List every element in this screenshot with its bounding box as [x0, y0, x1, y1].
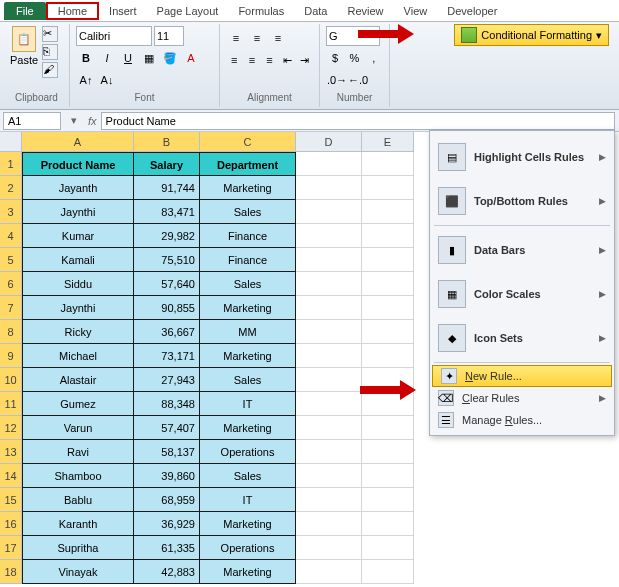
tab-formulas[interactable]: Formulas [228, 2, 294, 20]
col-header-b[interactable]: B [134, 132, 200, 152]
table-cell[interactable]: Marketing [200, 416, 296, 440]
tab-view[interactable]: View [394, 2, 438, 20]
table-cell[interactable]: Sales [200, 464, 296, 488]
cell[interactable] [296, 152, 362, 176]
table-cell[interactable]: Marketing [200, 344, 296, 368]
tab-data[interactable]: Data [294, 2, 337, 20]
row-header[interactable]: 18 [0, 560, 22, 584]
cell[interactable] [362, 512, 414, 536]
table-cell[interactable]: Ravi [22, 440, 134, 464]
table-cell[interactable]: Shamboo [22, 464, 134, 488]
cell[interactable] [296, 416, 362, 440]
cell[interactable] [296, 464, 362, 488]
table-cell[interactable]: IT [200, 488, 296, 512]
align-right-button[interactable]: ≡ [261, 50, 278, 70]
menu-manage-rules[interactable]: ☰ Manage Rules... [430, 409, 614, 431]
table-cell[interactable]: 29,982 [134, 224, 200, 248]
row-header[interactable]: 5 [0, 248, 22, 272]
italic-button[interactable]: I [97, 48, 117, 68]
bold-button[interactable]: B [76, 48, 96, 68]
decrease-font-button[interactable]: A↓ [97, 70, 117, 90]
cell[interactable] [296, 176, 362, 200]
row-header[interactable]: 6 [0, 272, 22, 296]
table-cell[interactable]: Gumez [22, 392, 134, 416]
cell[interactable] [296, 296, 362, 320]
name-box-dropdown[interactable]: ▾ [64, 114, 84, 127]
table-cell[interactable]: Bablu [22, 488, 134, 512]
cell[interactable] [362, 488, 414, 512]
table-cell[interactable]: Supritha [22, 536, 134, 560]
table-cell[interactable]: 58,137 [134, 440, 200, 464]
table-cell[interactable]: 73,171 [134, 344, 200, 368]
align-left-button[interactable]: ≡ [226, 50, 243, 70]
table-cell[interactable]: Operations [200, 440, 296, 464]
table-cell[interactable]: Karanth [22, 512, 134, 536]
comma-button[interactable]: , [365, 48, 383, 68]
table-cell[interactable]: 88,348 [134, 392, 200, 416]
row-header[interactable]: 15 [0, 488, 22, 512]
table-header[interactable]: Product Name [22, 152, 134, 176]
cell[interactable] [362, 320, 414, 344]
row-header[interactable]: 1 [0, 152, 22, 176]
tab-file[interactable]: File [4, 2, 46, 20]
align-top-button[interactable]: ≡ [226, 28, 246, 48]
tab-developer[interactable]: Developer [437, 2, 507, 20]
row-header[interactable]: 4 [0, 224, 22, 248]
cell[interactable] [296, 488, 362, 512]
conditional-formatting-button[interactable]: Conditional Formatting ▾ [454, 24, 609, 46]
cell[interactable] [362, 296, 414, 320]
table-cell[interactable]: Michael [22, 344, 134, 368]
align-mid-button[interactable]: ≡ [247, 28, 267, 48]
inc-decimal-button[interactable]: .0→ [326, 70, 346, 90]
cell[interactable] [296, 344, 362, 368]
row-header[interactable]: 7 [0, 296, 22, 320]
table-cell[interactable]: 36,667 [134, 320, 200, 344]
table-cell[interactable]: 75,510 [134, 248, 200, 272]
cell[interactable] [362, 152, 414, 176]
cell[interactable] [296, 200, 362, 224]
cell[interactable] [362, 416, 414, 440]
table-cell[interactable]: MM [200, 320, 296, 344]
table-cell[interactable]: Vinayak [22, 560, 134, 584]
cell[interactable] [362, 176, 414, 200]
cell[interactable] [362, 464, 414, 488]
col-header-e[interactable]: E [362, 132, 414, 152]
table-cell[interactable]: Kumar [22, 224, 134, 248]
row-header[interactable]: 11 [0, 392, 22, 416]
table-cell[interactable]: 61,335 [134, 536, 200, 560]
indent-dec-button[interactable]: ⇤ [279, 50, 296, 70]
table-cell[interactable]: Varun [22, 416, 134, 440]
table-cell[interactable]: 90,855 [134, 296, 200, 320]
cell[interactable] [362, 224, 414, 248]
table-cell[interactable]: Marketing [200, 512, 296, 536]
cell[interactable] [362, 272, 414, 296]
cut-button[interactable]: ✂ [42, 26, 58, 42]
align-bot-button[interactable]: ≡ [268, 28, 288, 48]
border-button[interactable]: ▦ [139, 48, 159, 68]
row-header[interactable]: 13 [0, 440, 22, 464]
row-header[interactable]: 10 [0, 368, 22, 392]
table-cell[interactable]: Jayanth [22, 176, 134, 200]
col-header-d[interactable]: D [296, 132, 362, 152]
table-cell[interactable]: 68,959 [134, 488, 200, 512]
menu-clear-rules[interactable]: ⌫ Clear Rules ▶ [430, 387, 614, 409]
font-name-select[interactable] [76, 26, 152, 46]
indent-inc-button[interactable]: ⇥ [296, 50, 313, 70]
table-cell[interactable]: 27,943 [134, 368, 200, 392]
row-header[interactable]: 12 [0, 416, 22, 440]
cell[interactable] [296, 392, 362, 416]
cell[interactable] [296, 368, 362, 392]
formula-input[interactable]: Product Name [101, 112, 615, 130]
tab-insert[interactable]: Insert [99, 2, 147, 20]
menu-data-bars[interactable]: ▮ Data Bars ▶ [430, 228, 614, 272]
menu-icon-sets[interactable]: ◆ Icon Sets ▶ [430, 316, 614, 360]
cell[interactable] [296, 512, 362, 536]
cell[interactable] [296, 560, 362, 584]
row-header[interactable]: 9 [0, 344, 22, 368]
cell[interactable] [362, 440, 414, 464]
table-cell[interactable]: Finance [200, 224, 296, 248]
menu-highlight-cells[interactable]: ▤ Highlight Cells Rules ▶ [430, 135, 614, 179]
tab-page-layout[interactable]: Page Layout [147, 2, 229, 20]
table-cell[interactable]: Marketing [200, 560, 296, 584]
col-header-c[interactable]: C [200, 132, 296, 152]
